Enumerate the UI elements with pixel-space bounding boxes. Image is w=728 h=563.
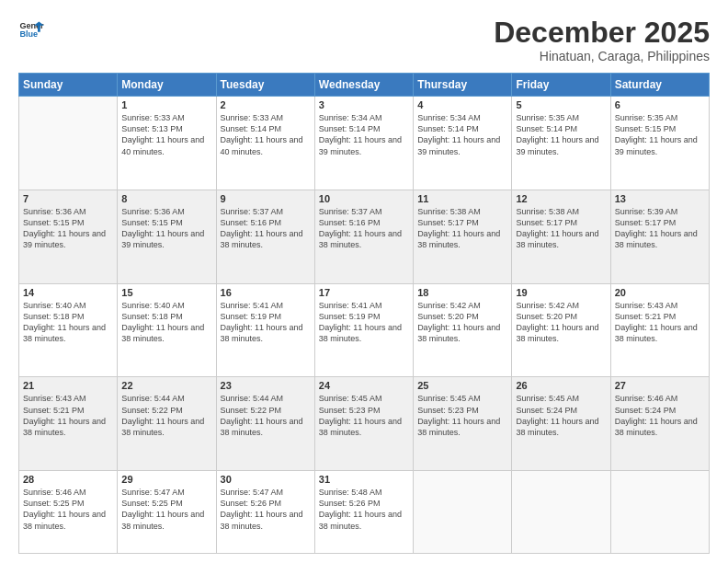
day-info: Sunrise: 5:45 AMSunset: 5:23 PMDaylight:… (417, 394, 500, 436)
table-row (512, 471, 610, 554)
table-row: 20 Sunrise: 5:43 AMSunset: 5:21 PMDaylig… (610, 283, 709, 377)
table-row: 15 Sunrise: 5:40 AMSunset: 5:18 PMDaylig… (118, 283, 216, 377)
day-info: Sunrise: 5:34 AMSunset: 5:14 PMDaylight:… (319, 113, 402, 155)
day-info: Sunrise: 5:33 AMSunset: 5:13 PMDaylight:… (121, 113, 204, 155)
day-info: Sunrise: 5:36 AMSunset: 5:15 PMDaylight:… (23, 207, 106, 249)
day-number: 1 (121, 99, 211, 110)
day-info: Sunrise: 5:42 AMSunset: 5:20 PMDaylight:… (516, 301, 598, 343)
day-number: 20 (615, 287, 705, 298)
table-row: 29 Sunrise: 5:47 AMSunset: 5:25 PMDaylig… (118, 471, 216, 554)
day-number: 21 (23, 380, 113, 391)
day-info: Sunrise: 5:43 AMSunset: 5:21 PMDaylight:… (615, 301, 698, 343)
svg-text:Blue: Blue (19, 29, 38, 39)
header-thursday: Thursday (414, 74, 512, 97)
header-wednesday: Wednesday (314, 74, 413, 97)
day-number: 9 (221, 193, 311, 204)
table-row: 28 Sunrise: 5:46 AMSunset: 5:25 PMDaylig… (19, 471, 118, 554)
table-row: 27 Sunrise: 5:46 AMSunset: 5:24 PMDaylig… (610, 377, 709, 471)
table-row: 2 Sunrise: 5:33 AMSunset: 5:14 PMDayligh… (216, 97, 314, 190)
table-row: 18 Sunrise: 5:42 AMSunset: 5:20 PMDaylig… (414, 283, 512, 377)
table-row: 21 Sunrise: 5:43 AMSunset: 5:21 PMDaylig… (19, 377, 118, 471)
day-info: Sunrise: 5:47 AMSunset: 5:26 PMDaylight:… (221, 488, 303, 530)
day-info: Sunrise: 5:35 AMSunset: 5:15 PMDaylight:… (615, 113, 698, 155)
day-number: 13 (615, 193, 705, 204)
day-number: 25 (417, 380, 507, 391)
table-row: 9 Sunrise: 5:37 AMSunset: 5:16 PMDayligh… (216, 190, 314, 283)
day-info: Sunrise: 5:45 AMSunset: 5:24 PMDaylight:… (516, 394, 598, 436)
day-number: 6 (615, 99, 705, 110)
page: General Blue December 2025 Hinatuan, Car… (0, 0, 728, 563)
table-row: 31 Sunrise: 5:48 AMSunset: 5:26 PMDaylig… (314, 471, 413, 554)
table-row: 24 Sunrise: 5:45 AMSunset: 5:23 PMDaylig… (314, 377, 413, 471)
header-saturday: Saturday (610, 74, 709, 97)
calendar-week-row: 21 Sunrise: 5:43 AMSunset: 5:21 PMDaylig… (19, 377, 710, 471)
table-row (610, 471, 709, 554)
day-number: 22 (121, 380, 211, 391)
table-row: 10 Sunrise: 5:37 AMSunset: 5:16 PMDaylig… (314, 190, 413, 283)
table-row: 22 Sunrise: 5:44 AMSunset: 5:22 PMDaylig… (118, 377, 216, 471)
table-row: 5 Sunrise: 5:35 AMSunset: 5:14 PMDayligh… (512, 97, 610, 190)
day-info: Sunrise: 5:47 AMSunset: 5:25 PMDaylight:… (121, 488, 204, 530)
logo-icon: General Blue (18, 17, 44, 42)
day-number: 26 (516, 380, 606, 391)
day-number: 16 (221, 287, 311, 298)
header-sunday: Sunday (19, 74, 118, 97)
day-info: Sunrise: 5:46 AMSunset: 5:24 PMDaylight:… (615, 394, 698, 436)
day-info: Sunrise: 5:41 AMSunset: 5:19 PMDaylight:… (319, 301, 402, 343)
day-number: 23 (221, 380, 311, 391)
day-info: Sunrise: 5:37 AMSunset: 5:16 PMDaylight:… (319, 207, 402, 249)
day-info: Sunrise: 5:33 AMSunset: 5:14 PMDaylight:… (221, 113, 303, 155)
header-tuesday: Tuesday (216, 74, 314, 97)
day-number: 5 (516, 99, 606, 110)
table-row: 26 Sunrise: 5:45 AMSunset: 5:24 PMDaylig… (512, 377, 610, 471)
day-number: 3 (319, 99, 409, 110)
day-number: 24 (319, 380, 409, 391)
day-number: 10 (319, 193, 409, 204)
header-monday: Monday (118, 74, 216, 97)
day-info: Sunrise: 5:35 AMSunset: 5:14 PMDaylight:… (516, 113, 598, 155)
day-info: Sunrise: 5:36 AMSunset: 5:15 PMDaylight:… (121, 207, 204, 249)
day-number: 15 (121, 287, 211, 298)
table-row: 16 Sunrise: 5:41 AMSunset: 5:19 PMDaylig… (216, 283, 314, 377)
calendar-week-row: 7 Sunrise: 5:36 AMSunset: 5:15 PMDayligh… (19, 190, 710, 283)
day-info: Sunrise: 5:48 AMSunset: 5:26 PMDaylight:… (319, 488, 402, 530)
day-info: Sunrise: 5:42 AMSunset: 5:20 PMDaylight:… (417, 301, 500, 343)
day-info: Sunrise: 5:40 AMSunset: 5:18 PMDaylight:… (121, 301, 204, 343)
day-info: Sunrise: 5:45 AMSunset: 5:23 PMDaylight:… (319, 394, 402, 436)
day-info: Sunrise: 5:40 AMSunset: 5:18 PMDaylight:… (23, 301, 106, 343)
day-number: 27 (615, 380, 705, 391)
table-row: 13 Sunrise: 5:39 AMSunset: 5:17 PMDaylig… (610, 190, 709, 283)
day-number: 19 (516, 287, 606, 298)
day-number: 8 (121, 193, 211, 204)
day-info: Sunrise: 5:38 AMSunset: 5:17 PMDaylight:… (417, 207, 500, 249)
day-number: 7 (23, 193, 113, 204)
calendar-table: Sunday Monday Tuesday Wednesday Thursday… (18, 73, 710, 554)
day-info: Sunrise: 5:37 AMSunset: 5:16 PMDaylight:… (221, 207, 303, 249)
day-number: 11 (417, 193, 507, 204)
logo: General Blue (18, 17, 44, 42)
table-row: 3 Sunrise: 5:34 AMSunset: 5:14 PMDayligh… (314, 97, 413, 190)
day-info: Sunrise: 5:34 AMSunset: 5:14 PMDaylight:… (417, 113, 500, 155)
day-number: 18 (417, 287, 507, 298)
table-row: 14 Sunrise: 5:40 AMSunset: 5:18 PMDaylig… (19, 283, 118, 377)
day-number: 28 (23, 474, 113, 485)
table-row: 11 Sunrise: 5:38 AMSunset: 5:17 PMDaylig… (414, 190, 512, 283)
table-row: 6 Sunrise: 5:35 AMSunset: 5:15 PMDayligh… (610, 97, 709, 190)
day-number: 29 (121, 474, 211, 485)
title-block: December 2025 Hinatuan, Caraga, Philippi… (494, 17, 710, 63)
day-info: Sunrise: 5:39 AMSunset: 5:17 PMDaylight:… (615, 207, 698, 249)
day-info: Sunrise: 5:46 AMSunset: 5:25 PMDaylight:… (23, 488, 106, 530)
calendar-week-row: 1 Sunrise: 5:33 AMSunset: 5:13 PMDayligh… (19, 97, 710, 190)
table-row: 7 Sunrise: 5:36 AMSunset: 5:15 PMDayligh… (19, 190, 118, 283)
calendar-week-row: 14 Sunrise: 5:40 AMSunset: 5:18 PMDaylig… (19, 283, 710, 377)
day-number: 17 (319, 287, 409, 298)
subtitle: Hinatuan, Caraga, Philippines (494, 49, 710, 63)
day-number: 2 (221, 99, 311, 110)
day-number: 31 (319, 474, 409, 485)
day-info: Sunrise: 5:38 AMSunset: 5:17 PMDaylight:… (516, 207, 598, 249)
day-info: Sunrise: 5:44 AMSunset: 5:22 PMDaylight:… (221, 394, 303, 436)
table-row (414, 471, 512, 554)
day-number: 14 (23, 287, 113, 298)
table-row: 19 Sunrise: 5:42 AMSunset: 5:20 PMDaylig… (512, 283, 610, 377)
table-row: 25 Sunrise: 5:45 AMSunset: 5:23 PMDaylig… (414, 377, 512, 471)
